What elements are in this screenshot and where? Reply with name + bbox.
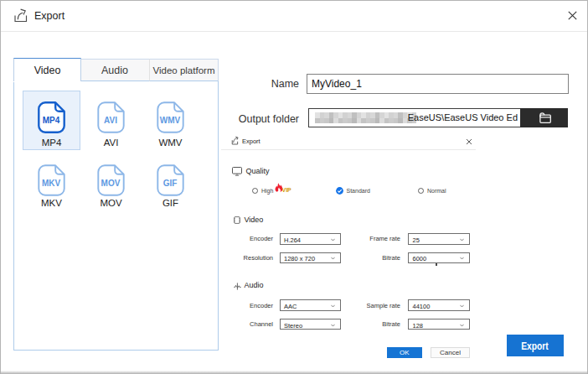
svg-text:WMV: WMV [160,116,181,125]
svg-text:MP4: MP4 [43,116,60,125]
svg-text:MKV: MKV [42,178,61,187]
svg-text:AVI: AVI [104,116,117,125]
svg-text:MOV: MOV [101,178,121,187]
svg-text:GIF: GIF [163,178,178,187]
